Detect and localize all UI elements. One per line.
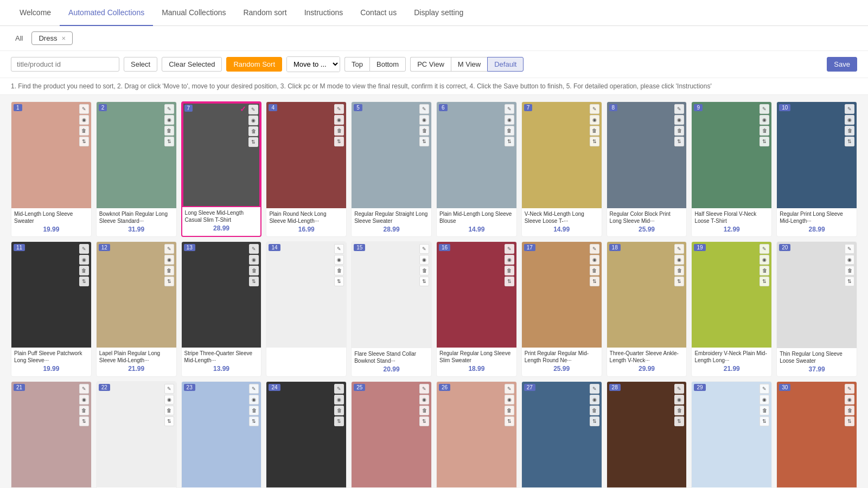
eye-icon[interactable]: ◉ xyxy=(845,115,854,125)
trash-icon[interactable]: 🗑 xyxy=(164,266,174,275)
trash-icon[interactable]: 🗑 xyxy=(334,126,344,136)
trash-icon[interactable]: 🗑 xyxy=(845,126,854,136)
move-icon[interactable]: ⇅ xyxy=(248,137,258,147)
tab-dress[interactable]: Dress× xyxy=(31,31,73,45)
eye-icon[interactable]: ◉ xyxy=(674,255,684,265)
product-card[interactable]: 26 ✎ ◉ 🗑 ⇅ xyxy=(436,381,517,489)
product-card[interactable]: 30 ✎ ◉ 🗑 ⇅ Color Block Lapel Print Mid-L… xyxy=(776,381,857,489)
trash-icon[interactable]: 🗑 xyxy=(248,126,258,136)
move-icon[interactable]: ⇅ xyxy=(760,277,769,286)
product-card[interactable]: 27 ✎ ◉ 🗑 ⇅ Plain V-Neck Long Sleeve Mid-… xyxy=(521,381,602,489)
eye-icon[interactable]: ◉ xyxy=(164,115,174,125)
move-icon[interactable]: ⇅ xyxy=(419,416,429,426)
edit-icon[interactable]: ✎ xyxy=(248,105,258,114)
product-card[interactable]: 24 ✎ ◉ 🗑 ⇅ Regular Raglan Sleeve Patchwo… xyxy=(266,381,347,489)
pc-view-button[interactable]: PC View xyxy=(410,57,451,72)
move-icon[interactable]: ⇅ xyxy=(164,277,174,286)
product-card[interactable]: 6 ✎ ◉ 🗑 ⇅ Plain Mid-Length Long Sleeve B… xyxy=(436,101,517,237)
trash-icon[interactable]: 🗑 xyxy=(334,406,344,415)
trash-icon[interactable]: 🗑 xyxy=(419,266,429,275)
product-card[interactable]: 13 ✎ ◉ 🗑 ⇅ Stripe Three-Quarter Sleeve M… xyxy=(181,241,262,377)
product-card[interactable]: 5 ✎ ◉ 🗑 ⇅ Regular Regular Straight Long … xyxy=(351,101,432,237)
m-view-button[interactable]: M View xyxy=(451,57,487,72)
trash-icon[interactable]: 🗑 xyxy=(419,126,429,136)
eye-icon[interactable]: ◉ xyxy=(419,395,429,404)
trash-icon[interactable]: 🗑 xyxy=(590,126,599,136)
eye-icon[interactable]: ◉ xyxy=(505,255,514,265)
trash-icon[interactable]: 🗑 xyxy=(760,406,769,415)
trash-icon[interactable]: 🗑 xyxy=(674,406,684,415)
product-card[interactable]: 22 ✎ ◉ 🗑 ⇅ Print Regular Regular Mid-Len… xyxy=(96,381,177,489)
eye-icon[interactable]: ◉ xyxy=(760,115,769,125)
move-icon[interactable]: ⇅ xyxy=(674,137,684,146)
trash-icon[interactable]: 🗑 xyxy=(590,406,599,415)
product-card[interactable]: 17 ✎ ◉ 🗑 ⇅ Print Regular Regular Mid-Len… xyxy=(521,241,602,377)
eye-icon[interactable]: ◉ xyxy=(334,115,344,125)
edit-icon[interactable]: ✎ xyxy=(334,244,344,254)
trash-icon[interactable]: 🗑 xyxy=(249,266,259,275)
trash-icon[interactable]: 🗑 xyxy=(674,266,684,275)
edit-icon[interactable]: ✎ xyxy=(845,104,854,114)
edit-icon[interactable]: ✎ xyxy=(334,104,344,114)
edit-icon[interactable]: ✎ xyxy=(419,384,429,394)
move-icon[interactable]: ⇅ xyxy=(760,137,769,146)
eye-icon[interactable]: ◉ xyxy=(760,255,769,265)
product-card[interactable]: 25 ✎ ◉ 🗑 ⇅ type Regular Loose Standard S… xyxy=(351,381,432,489)
trash-icon[interactable]: 🗑 xyxy=(845,406,854,415)
move-icon[interactable]: ⇅ xyxy=(505,277,514,286)
eye-icon[interactable]: ◉ xyxy=(334,395,344,404)
eye-icon[interactable]: ◉ xyxy=(590,255,599,265)
edit-icon[interactable]: ✎ xyxy=(845,244,854,254)
move-icon[interactable]: ⇅ xyxy=(590,416,599,426)
move-icon[interactable]: ⇅ xyxy=(590,277,599,286)
move-icon[interactable]: ⇅ xyxy=(334,137,344,146)
move-icon[interactable]: ⇅ xyxy=(79,416,89,426)
edit-icon[interactable]: ✎ xyxy=(845,384,854,394)
eye-icon[interactable]: ◉ xyxy=(590,395,599,404)
edit-icon[interactable]: ✎ xyxy=(760,384,769,394)
move-icon[interactable]: ⇅ xyxy=(79,277,89,286)
edit-icon[interactable]: ✎ xyxy=(674,104,684,114)
move-icon[interactable]: ⇅ xyxy=(419,137,429,146)
eye-icon[interactable]: ◉ xyxy=(674,395,684,404)
eye-icon[interactable]: ◉ xyxy=(845,255,854,265)
eye-icon[interactable]: ◉ xyxy=(248,115,258,125)
eye-icon[interactable]: ◉ xyxy=(164,255,174,265)
move-icon[interactable]: ⇅ xyxy=(845,137,854,146)
edit-icon[interactable]: ✎ xyxy=(760,244,769,254)
product-card[interactable]: 8 ✎ ◉ 🗑 ⇅ Regular Color Block Print Long… xyxy=(607,101,687,237)
trash-icon[interactable]: 🗑 xyxy=(79,406,89,415)
trash-icon[interactable]: 🗑 xyxy=(79,126,89,136)
eye-icon[interactable]: ◉ xyxy=(505,395,514,404)
trash-icon[interactable]: 🗑 xyxy=(760,266,769,275)
edit-icon[interactable]: ✎ xyxy=(590,104,599,114)
edit-icon[interactable]: ✎ xyxy=(164,244,174,254)
trash-icon[interactable]: 🗑 xyxy=(249,406,259,415)
trash-icon[interactable]: 🗑 xyxy=(505,126,514,136)
random-sort-button[interactable]: Random Sort xyxy=(226,57,282,72)
edit-icon[interactable]: ✎ xyxy=(760,104,769,114)
eye-icon[interactable]: ◉ xyxy=(249,255,259,265)
product-card[interactable]: 29 ✎ ◉ 🗑 ⇅ Bbtwing Sleeve Loose Fbll Swe… xyxy=(691,381,772,489)
select-button[interactable]: Select xyxy=(124,57,157,72)
edit-icon[interactable]: ✎ xyxy=(674,384,684,394)
move-icon[interactable]: ⇅ xyxy=(249,277,259,286)
search-input[interactable] xyxy=(11,57,119,72)
move-icon[interactable]: ⇅ xyxy=(845,277,854,286)
product-card[interactable]: 28 ✎ ◉ 🗑 ⇅ Print Regular Regular Loose M… xyxy=(607,381,687,489)
product-card[interactable]: 9 ✎ ◉ 🗑 ⇅ Half Sleeve Floral V-Neck Loos… xyxy=(691,101,772,237)
edit-icon[interactable]: ✎ xyxy=(674,244,684,254)
nav-item-instructions[interactable]: Instructions xyxy=(296,0,352,26)
default-view-button[interactable]: Default xyxy=(487,57,524,72)
trash-icon[interactable]: 🗑 xyxy=(845,266,854,275)
tab-all[interactable]: All xyxy=(11,32,27,44)
eye-icon[interactable]: ◉ xyxy=(845,395,854,404)
edit-icon[interactable]: ✎ xyxy=(590,384,599,394)
edit-icon[interactable]: ✎ xyxy=(505,104,514,114)
edit-icon[interactable]: ✎ xyxy=(79,384,89,394)
edit-icon[interactable]: ✎ xyxy=(419,104,429,114)
move-to-select[interactable]: Move to ... xyxy=(287,57,340,72)
product-card[interactable]: 19 ✎ ◉ 🗑 ⇅ Embroidery V-Neck Plain Mid-L… xyxy=(691,241,772,377)
product-card[interactable]: 11 ✎ ◉ 🗑 ⇅ Plain Puff Sleeve Patchwork L… xyxy=(11,241,92,377)
move-icon[interactable]: ⇅ xyxy=(164,416,174,426)
